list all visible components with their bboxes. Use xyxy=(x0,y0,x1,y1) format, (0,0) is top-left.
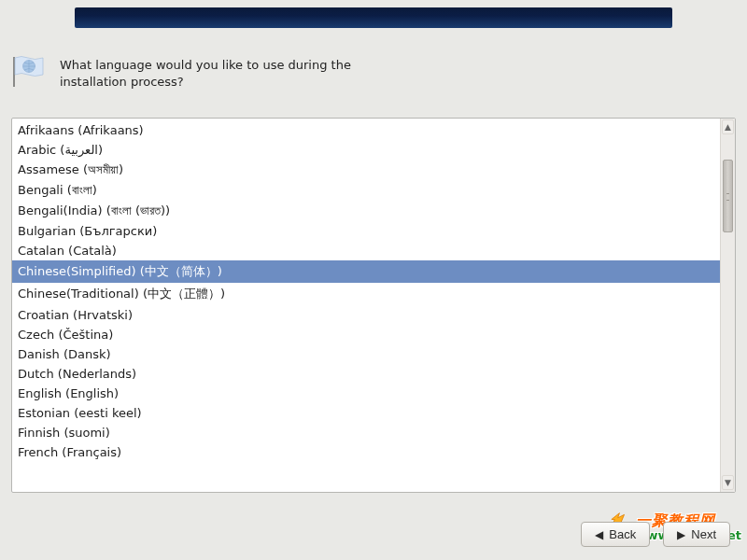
header-banner xyxy=(75,7,672,28)
back-button[interactable]: ◀ Back xyxy=(581,522,650,547)
language-option[interactable]: Arabic (العربية) xyxy=(12,140,720,160)
language-option[interactable]: Catalan (Català) xyxy=(12,241,720,260)
svg-rect-0 xyxy=(13,57,15,87)
scroll-down-arrow-icon[interactable]: ▼ xyxy=(722,475,734,490)
next-button[interactable]: ▶ Next xyxy=(663,522,730,547)
language-option[interactable]: Bengali (বাংলা) xyxy=(12,180,720,201)
language-option[interactable]: Chinese(Traditional) (中文（正體）) xyxy=(12,283,720,305)
question-text: What language would you like to use duri… xyxy=(60,54,368,91)
back-arrow-icon: ◀ xyxy=(595,528,603,541)
language-list[interactable]: Afrikaans (Afrikaans)Arabic (العربية)Ass… xyxy=(12,119,720,492)
scroll-up-arrow-icon[interactable]: ▲ xyxy=(722,119,734,134)
scroll-thumb[interactable] xyxy=(723,160,733,232)
language-option[interactable]: Bengali(India) (বাংলা (ভারত)) xyxy=(12,201,720,221)
globe-flag-icon xyxy=(11,54,49,91)
language-option[interactable]: French (Français) xyxy=(12,442,720,462)
back-button-label: Back xyxy=(609,527,636,541)
language-option[interactable]: Chinese(Simplified) (中文（简体）) xyxy=(12,260,720,283)
question-row: What language would you like to use duri… xyxy=(11,54,736,91)
next-button-label: Next xyxy=(691,527,716,541)
button-bar: ◀ Back ▶ Next xyxy=(581,522,730,547)
scrollbar[interactable]: ▲ ▼ xyxy=(720,119,735,492)
language-list-container: Afrikaans (Afrikaans)Arabic (العربية)Ass… xyxy=(11,118,736,493)
language-option[interactable]: Estonian (eesti keel) xyxy=(12,403,720,423)
language-option[interactable]: Assamese (অসমীয়া) xyxy=(12,160,720,180)
language-option[interactable]: Dutch (Nederlands) xyxy=(12,364,720,384)
language-option[interactable]: Danish (Dansk) xyxy=(12,344,720,364)
language-option[interactable]: Croatian (Hrvatski) xyxy=(12,305,720,325)
language-option[interactable]: Czech (Čeština) xyxy=(12,325,720,344)
language-option[interactable]: Afrikaans (Afrikaans) xyxy=(12,120,720,140)
language-option[interactable]: Bulgarian (Български) xyxy=(12,221,720,241)
language-option[interactable]: English (English) xyxy=(12,384,720,403)
language-option[interactable]: Finnish (suomi) xyxy=(12,423,720,442)
next-arrow-icon: ▶ xyxy=(677,528,685,541)
